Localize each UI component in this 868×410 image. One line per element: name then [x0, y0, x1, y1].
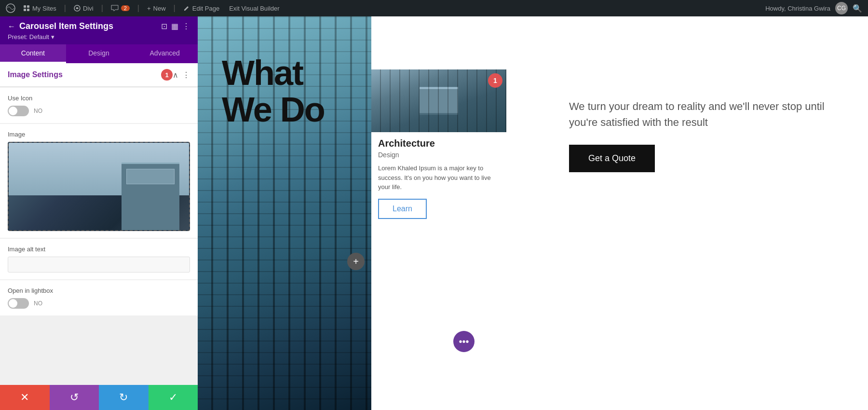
panel-menu-icon[interactable]: ⋮ — [182, 22, 190, 31]
image-label: Image — [8, 131, 190, 138]
redo-icon: ↻ — [119, 391, 128, 404]
comments-btn[interactable]: 2 — [109, 4, 132, 13]
three-dots-icon: ••• — [459, 336, 469, 347]
hero-title-line1: What — [222, 55, 325, 92]
section-options-icon[interactable]: ⋮ — [182, 70, 190, 80]
my-sites-btn[interactable]: My Sites — [21, 4, 58, 13]
avatar: CG — [835, 2, 848, 14]
redo-button[interactable]: ↻ — [99, 385, 149, 410]
cancel-icon: ✕ — [20, 391, 29, 404]
panel-header: ← Carousel Item Settings ⊡ ▦ ⋮ Preset: D… — [0, 16, 198, 44]
panel-footer: ✕ ↺ ↻ ✓ — [0, 385, 198, 410]
main-layout: ← Carousel Item Settings ⊡ ▦ ⋮ Preset: D… — [0, 16, 868, 410]
image-settings-section: Image Settings 1 ∧ ⋮ — [0, 63, 198, 87]
undo-button[interactable]: ↺ — [50, 385, 99, 410]
svg-rect-4 — [27, 9, 29, 11]
carousel-card-title: Architecture — [378, 138, 504, 149]
tab-content[interactable]: Content — [0, 44, 66, 63]
canvas-area: What We Do + 1 Architecture Design Lorem… — [198, 16, 868, 410]
add-icon: + — [353, 256, 359, 267]
admin-bar-right: Howdy, Christina Gwira CG 🔍 — [765, 2, 862, 14]
svg-rect-2 — [27, 5, 29, 8]
image-alt-text-field: Image alt text — [0, 239, 198, 279]
three-dots-menu[interactable]: ••• — [453, 331, 475, 352]
svg-rect-3 — [24, 9, 26, 11]
undo-icon: ↺ — [70, 391, 79, 404]
divi-btn[interactable]: Divi — [72, 4, 95, 13]
wordpress-icon[interactable] — [6, 3, 15, 13]
panel-tabs: Content Design Advanced — [0, 44, 198, 63]
admin-bar-left: My Sites | Divi | 2 | + New | Edit Page … — [6, 3, 759, 13]
panel-title: Carousel Item Settings — [19, 21, 157, 31]
carousel-card: 1 Architecture Design Lorem Khaled Ipsum… — [371, 69, 511, 225]
carousel-subtitle: Design — [378, 151, 504, 159]
collapse-icon[interactable]: ∧ — [173, 70, 178, 80]
carousel-body: Architecture Design Lorem Khaled Ipsum i… — [371, 132, 511, 225]
back-icon[interactable]: ← — [8, 22, 15, 31]
admin-bar: My Sites | Divi | 2 | + New | Edit Page … — [0, 0, 868, 16]
section-badge: 1 — [161, 69, 173, 81]
carousel-description: Lorem Khaled Ipsum is a major key to suc… — [378, 164, 504, 192]
lightbox-toggle[interactable] — [8, 298, 29, 309]
howdy-text: Howdy, Christina Gwira — [765, 5, 830, 12]
edit-page-btn[interactable]: Edit Page — [181, 4, 221, 13]
new-btn[interactable]: + New — [145, 4, 168, 13]
lightbox-toggle-knob — [9, 299, 17, 308]
tab-design[interactable]: Design — [66, 44, 132, 63]
get-quote-button[interactable]: Get a Quote — [569, 145, 655, 172]
lightbox-label: Open in lightbox — [8, 287, 190, 294]
carousel-image — [371, 69, 506, 132]
save-icon: ✓ — [169, 391, 177, 404]
tagline: We turn your dream to reality and we'll … — [569, 98, 839, 130]
hero-text: What We Do — [222, 55, 325, 128]
exit-builder-btn[interactable]: Exit Visual Builder — [227, 4, 282, 13]
lightbox-field: Open in lightbox NO — [0, 280, 198, 315]
add-module-button[interactable]: + — [347, 253, 365, 270]
cancel-button[interactable]: ✕ — [0, 385, 50, 410]
panel-content: Image Settings 1 ∧ ⋮ Use Icon NO — [0, 63, 198, 385]
section-title: Image Settings — [8, 70, 157, 79]
carousel-image-wrap: 1 — [371, 69, 506, 132]
right-content: We turn your dream to reality and we'll … — [540, 79, 868, 191]
learn-button[interactable]: Learn — [378, 199, 427, 219]
save-button[interactable]: ✓ — [149, 385, 198, 410]
use-icon-toggle-label: NO — [34, 108, 42, 114]
use-icon-toggle[interactable] — [8, 106, 29, 116]
left-panel: ← Carousel Item Settings ⊡ ▦ ⋮ Preset: D… — [0, 16, 198, 410]
carousel-badge: 1 — [488, 73, 502, 88]
svg-rect-1 — [24, 5, 26, 8]
image-preview[interactable] — [8, 142, 190, 231]
tab-advanced[interactable]: Advanced — [132, 44, 198, 63]
use-icon-field: Use Icon NO — [0, 88, 198, 123]
layout-icon[interactable]: ▦ — [171, 22, 178, 31]
comments-count: 2 — [121, 5, 130, 11]
image-field: Image — [0, 124, 198, 238]
search-icon[interactable]: 🔍 — [853, 4, 862, 13]
lightbox-toggle-label: NO — [34, 300, 42, 307]
preset-row[interactable]: Preset: Default ▾ — [8, 33, 190, 41]
use-icon-label: Use Icon — [8, 95, 190, 102]
new-icon: + — [147, 5, 151, 12]
image-alt-text-input[interactable] — [8, 257, 190, 273]
toggle-knob — [9, 107, 17, 115]
hero-title-line2: We Do — [222, 92, 325, 128]
image-alt-text-label: Image alt text — [8, 246, 190, 253]
window-icon[interactable]: ⊡ — [161, 22, 167, 31]
